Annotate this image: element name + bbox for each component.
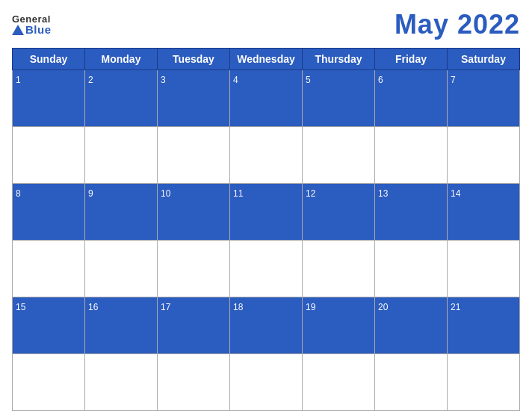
- week-body-cell: [85, 127, 158, 184]
- week-body-cell: [230, 127, 303, 184]
- week-body-cell: [448, 127, 520, 184]
- date-number: 5: [306, 75, 311, 85]
- week-body-cell: [303, 241, 375, 297]
- date-number: 20: [378, 302, 388, 312]
- date-cell: 11: [230, 184, 303, 241]
- week-body-cell: [158, 354, 230, 411]
- days-header-row: Sunday Monday Tuesday Wednesday Thursday…: [13, 49, 520, 70]
- date-number: 19: [306, 302, 315, 312]
- date-number: 4: [233, 75, 238, 85]
- week-body-row-1: [13, 127, 520, 184]
- header: General Blue May 2022: [12, 9, 520, 40]
- week-body-cell: [230, 354, 303, 411]
- date-number: 17: [161, 302, 170, 312]
- date-number: 18: [233, 302, 243, 312]
- date-cell: 2: [85, 70, 158, 127]
- date-number: 8: [16, 188, 21, 199]
- date-number: 7: [451, 75, 456, 85]
- date-cell: 4: [230, 70, 303, 127]
- logo-blue-row: Blue: [12, 24, 52, 35]
- date-cell: 8: [13, 184, 85, 241]
- week-body-cell: [230, 241, 303, 297]
- week-body-cell: [13, 354, 85, 411]
- date-cell: 6: [375, 70, 448, 127]
- header-monday: Monday: [85, 49, 158, 70]
- week-body-row-3: [13, 354, 520, 411]
- date-cell: 5: [303, 70, 375, 127]
- logo-triangle-icon: [12, 25, 24, 35]
- date-cell: 21: [448, 297, 520, 354]
- logo: General Blue: [12, 14, 52, 35]
- week-body-cell: [375, 241, 448, 297]
- week-body-row-2: [13, 241, 520, 297]
- date-cell: 12: [303, 184, 375, 241]
- date-cell: 15: [13, 297, 85, 354]
- header-tuesday: Tuesday: [158, 49, 230, 70]
- date-cell: 3: [158, 70, 230, 127]
- date-number: 12: [306, 188, 315, 199]
- calendar-table: Sunday Monday Tuesday Wednesday Thursday…: [12, 48, 520, 411]
- week-body-cell: [158, 241, 230, 297]
- date-number: 9: [88, 188, 93, 199]
- week-date-row-1: 1234567: [13, 70, 520, 127]
- week-body-cell: [448, 241, 520, 297]
- header-wednesday: Wednesday: [230, 49, 303, 70]
- date-cell: 20: [375, 297, 448, 354]
- date-number: 3: [161, 75, 166, 85]
- week-body-cell: [375, 127, 448, 184]
- date-number: 11: [233, 188, 243, 199]
- date-number: 2: [88, 75, 93, 85]
- date-cell: 14: [448, 184, 520, 241]
- date-cell: 18: [230, 297, 303, 354]
- date-number: 10: [161, 188, 170, 199]
- week-body-cell: [303, 127, 375, 184]
- week-body-cell: [448, 354, 520, 411]
- date-cell: 17: [158, 297, 230, 354]
- date-cell: 19: [303, 297, 375, 354]
- calendar-title: May 2022: [395, 9, 520, 40]
- date-number: 16: [88, 302, 98, 312]
- date-cell: 9: [85, 184, 158, 241]
- date-number: 1: [16, 75, 21, 85]
- date-number: 14: [451, 188, 460, 199]
- week-body-cell: [13, 241, 85, 297]
- date-cell: 16: [85, 297, 158, 354]
- date-number: 21: [451, 302, 460, 312]
- week-body-cell: [158, 127, 230, 184]
- date-cell: 7: [448, 70, 520, 127]
- date-number: 6: [378, 75, 383, 85]
- week-body-cell: [303, 354, 375, 411]
- week-date-row-2: 891011121314: [13, 184, 520, 241]
- week-body-cell: [375, 354, 448, 411]
- header-saturday: Saturday: [448, 49, 520, 70]
- week-date-row-3: 15161718192021: [13, 297, 520, 354]
- header-sunday: Sunday: [13, 49, 85, 70]
- date-number: 13: [378, 188, 388, 199]
- date-cell: 10: [158, 184, 230, 241]
- logo-blue-text: Blue: [25, 24, 52, 35]
- week-body-cell: [85, 354, 158, 411]
- week-body-cell: [85, 241, 158, 297]
- date-cell: 13: [375, 184, 448, 241]
- header-thursday: Thursday: [303, 49, 375, 70]
- date-number: 15: [16, 302, 25, 312]
- header-friday: Friday: [375, 49, 448, 70]
- date-cell: 1: [13, 70, 85, 127]
- week-body-cell: [13, 127, 85, 184]
